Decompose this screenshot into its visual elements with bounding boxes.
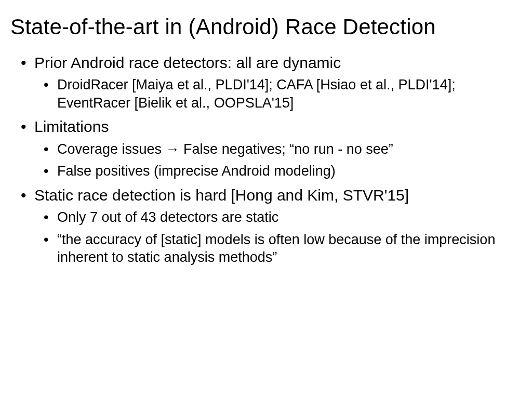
bullet-item: Static race detection is hard [Hong and … [34, 185, 522, 267]
sub-bullet-text: Only 7 out of 43 detectors are static [57, 209, 278, 225]
sub-bullet-item: “the accuracy of [static] models is ofte… [57, 231, 522, 267]
sub-bullet-item: DroidRacer [Maiya et al., PLDI'14]; CAFA… [57, 76, 522, 112]
sub-bullet-text: “the accuracy of [static] models is ofte… [57, 232, 495, 265]
bullet-item: Prior Android race detectors: all are dy… [34, 53, 522, 112]
sub-bullet-item: False positives (imprecise Android model… [57, 162, 522, 180]
sub-bullet-text: False positives (imprecise Android model… [57, 163, 336, 179]
sub-bullet-list: Coverage issues → False negatives; “no r… [34, 140, 522, 180]
sub-bullet-text: Coverage issues → False negatives; “no r… [57, 141, 393, 157]
bullet-item: Limitations Coverage issues → False nega… [34, 117, 522, 180]
slide: State-of-the-art in (Android) Race Detec… [0, 0, 532, 292]
bullet-text: Static race detection is hard [Hong and … [34, 187, 409, 204]
sub-bullet-text: DroidRacer [Maiya et al., PLDI'14]; CAFA… [57, 77, 456, 111]
slide-content: Prior Android race detectors: all are dy… [10, 53, 522, 267]
bullet-text: Prior Android race detectors: all are dy… [34, 54, 341, 71]
bullet-list: Prior Android race detectors: all are dy… [20, 53, 522, 267]
sub-bullet-list: DroidRacer [Maiya et al., PLDI'14]; CAFA… [34, 76, 522, 112]
slide-title: State-of-the-art in (Android) Race Detec… [10, 15, 522, 39]
sub-bullet-list: Only 7 out of 43 detectors are static “t… [34, 208, 522, 267]
bullet-text: Limitations [34, 118, 109, 135]
sub-bullet-item: Only 7 out of 43 detectors are static [57, 208, 522, 227]
sub-bullet-item: Coverage issues → False negatives; “no r… [57, 140, 522, 158]
